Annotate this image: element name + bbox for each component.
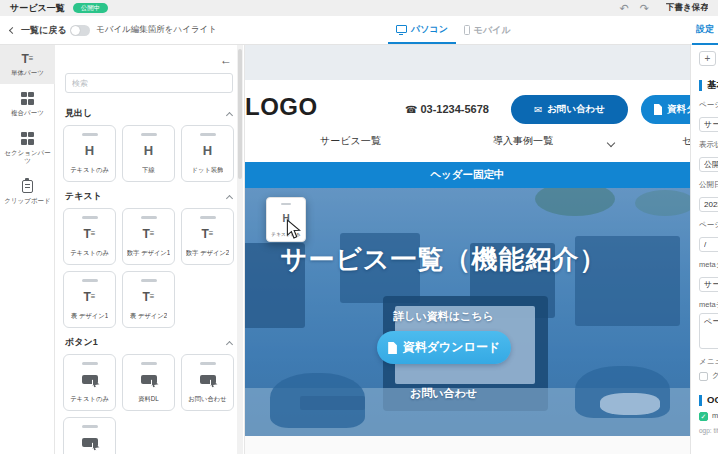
checkbox-label: グローバル (712, 371, 718, 381)
text-icon: T≡ (83, 219, 95, 250)
hero-title: サービス一覧（機能紹介） (281, 242, 607, 277)
publish-date-field[interactable] (699, 197, 718, 212)
panel-scrollbar[interactable] (237, 45, 243, 454)
tab-mobile[interactable]: モバイル (456, 16, 519, 44)
part-card-button-text[interactable]: テキストのみ (63, 354, 116, 411)
field-label: metaタイトル (699, 260, 718, 270)
site-logo[interactable]: LOGO (245, 93, 318, 121)
sidebar-item-label: 複合パーツ (11, 109, 44, 117)
section-header-text[interactable]: テキスト (55, 182, 244, 208)
undo-icon[interactable]: ↶ (620, 2, 629, 14)
text-part-icon: T≡ (21, 53, 33, 65)
redo-icon[interactable]: ↷ (640, 2, 649, 14)
visibility-field[interactable] (699, 157, 718, 172)
page-title: サービス一覧 (10, 2, 65, 15)
card-label: 数字 デザイン2 (186, 249, 230, 258)
part-card-heading-underline[interactable]: H 下線 (122, 125, 175, 182)
ogp-section-header: OGP設定 (699, 394, 718, 407)
ogp-checkbox-row[interactable]: ✓ metaと同じ (699, 411, 718, 421)
text-icon: T≡ (83, 282, 95, 313)
mobile-highlight-toggle[interactable] (70, 25, 90, 36)
phone-icon: ☎ (405, 104, 417, 115)
hero-contact-link[interactable]: お問い合わせ (410, 386, 477, 401)
heading-icon: H (203, 136, 212, 167)
page-title-field[interactable] (699, 117, 718, 132)
part-card-button-arrow[interactable]: 矢印 (63, 417, 116, 454)
mobile-highlight-toggle-group: モバイル編集箇所をハイライト (70, 16, 217, 44)
button-click-icon (82, 428, 98, 454)
sidebar-item-section-parts[interactable]: セクションパーツ (0, 124, 55, 172)
nav-item-seminar[interactable]: セミナー (682, 134, 690, 148)
section-header-heading[interactable]: 見出し (55, 99, 244, 125)
toggle-knob (71, 26, 80, 35)
monitor-icon (396, 25, 407, 33)
tab-settings[interactable]: 設定 (692, 16, 718, 45)
section-title: 基本 (707, 79, 718, 92)
draft-save-button[interactable]: 下書き保存 (666, 2, 708, 14)
scrollbar-thumb[interactable] (238, 49, 242, 179)
part-card-button-contact[interactable]: お問い合わせ (181, 354, 234, 411)
site-bottom-section (245, 436, 690, 454)
part-card-heading-dot[interactable]: H ドット装飾 (181, 125, 234, 182)
nav-item-cases[interactable]: 導入事例一覧 (493, 134, 553, 148)
tab-pc[interactable]: パソコン (388, 16, 456, 44)
parts-sidebar: T≡ 単体パーツ 複合パーツ セクションパーツ クリップボード (0, 45, 55, 454)
mouse-cursor-icon (286, 219, 301, 239)
section-title: 見出し (65, 107, 92, 120)
sidebar-item-label: 単体パーツ (11, 69, 44, 77)
nav-item-services[interactable]: サービス一覧 (320, 134, 381, 148)
checkbox-unchecked-icon[interactable] (699, 372, 708, 381)
field-label: metaディスクリプション (699, 300, 718, 310)
heading-icon: H (144, 136, 153, 167)
hero-lead-text: 詳しい資料はこちら (393, 309, 494, 324)
button-cards: テキストのみ 資料DL お問い合わせ 矢印 (55, 354, 244, 454)
field-label: ページURL (699, 220, 718, 230)
button-click-icon (141, 365, 157, 396)
part-card-button-download[interactable]: 資料DL (122, 354, 175, 411)
menu-checkbox-row[interactable]: グローバル (699, 371, 718, 381)
hero-button-label: 資料ダウンロード (403, 339, 500, 356)
part-card-text-only[interactable]: T≡ テキストのみ (63, 208, 116, 265)
text-icon: T≡ (142, 282, 154, 313)
meta-description-field[interactable]: ページ (699, 313, 718, 349)
meta-title-field[interactable] (699, 277, 718, 292)
part-card-table-design1[interactable]: T≡ 表 デザイン1 (63, 271, 116, 328)
page-url-field[interactable] (699, 237, 718, 252)
section-accent-bar (699, 80, 702, 91)
contact-button-label: お問い合わせ (547, 103, 605, 116)
sidebar-item-composite-parts[interactable]: 複合パーツ (0, 84, 55, 124)
add-button[interactable]: + (699, 51, 716, 66)
checkbox-checked-icon[interactable]: ✓ (699, 412, 708, 421)
document-icon (653, 104, 662, 115)
parts-panel: ← 見出し H テキストのみ H 下線 H ドット装飾 テキスト (55, 45, 245, 454)
header-document-button[interactable]: 資料ダウンロード (641, 95, 690, 124)
part-card-heading-text[interactable]: H テキストのみ (63, 125, 116, 182)
search-input[interactable] (65, 73, 233, 93)
back-to-list-link[interactable]: 一覧に戻る (10, 16, 66, 44)
card-label: お問い合わせ (188, 395, 226, 404)
section-header-button1[interactable]: ボタン1 (55, 328, 244, 354)
collapse-panel-arrow-icon[interactable]: ← (220, 53, 232, 67)
ogp-note: ogp: title (699, 427, 718, 434)
chevron-up-icon (226, 340, 233, 347)
document-icon (387, 342, 397, 354)
sidebar-item-label: セクションパーツ (2, 149, 53, 165)
card-label: テキストのみ (70, 166, 109, 175)
toggle-label: モバイル編集箇所をハイライト (96, 24, 217, 36)
section-title: OGP設定 (707, 394, 718, 407)
grid-icon (21, 132, 35, 145)
text-icon: T≡ (142, 219, 154, 250)
toolbar: 一覧に戻る モバイル編集箇所をハイライト パソコン モバイル 設定 (0, 16, 718, 45)
header-contact-button[interactable]: ✉ お問い合わせ (511, 95, 628, 124)
sidebar-item-single-parts[interactable]: T≡ 単体パーツ (0, 45, 55, 84)
phone-number: ☎03-1234-5678 (405, 103, 489, 115)
basic-section-header: 基本 (699, 79, 718, 92)
part-card-table-design2[interactable]: T≡ 表 デザイン2 (122, 271, 175, 328)
card-label: 数字 デザイン1 (127, 249, 171, 258)
sidebar-item-clipboard[interactable]: クリップボード (0, 172, 55, 212)
part-card-number-design2[interactable]: T≡ 数字 デザイン2 (181, 208, 234, 265)
field-label: ページタイトル (699, 100, 718, 110)
clipboard-icon (22, 180, 33, 193)
part-card-number-design1[interactable]: T≡ 数字 デザイン1 (122, 208, 175, 265)
hero-download-button[interactable]: 資料ダウンロード (377, 331, 511, 364)
